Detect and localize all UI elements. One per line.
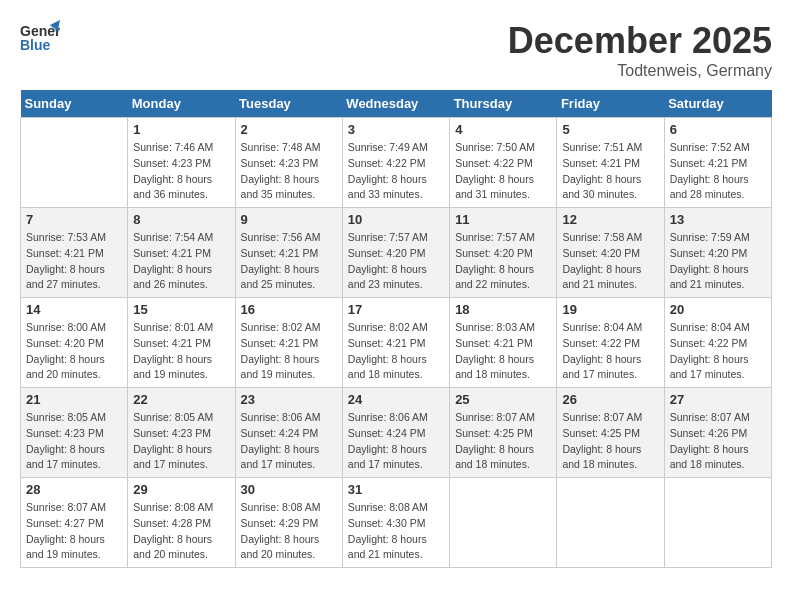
- day-info: Sunrise: 7:50 AMSunset: 4:22 PMDaylight:…: [455, 140, 551, 203]
- column-header-monday: Monday: [128, 90, 235, 118]
- day-number: 8: [133, 212, 229, 227]
- day-cell: 12Sunrise: 7:58 AMSunset: 4:20 PMDayligh…: [557, 208, 664, 298]
- day-number: 17: [348, 302, 444, 317]
- column-header-wednesday: Wednesday: [342, 90, 449, 118]
- day-number: 31: [348, 482, 444, 497]
- week-row-2: 7Sunrise: 7:53 AMSunset: 4:21 PMDaylight…: [21, 208, 772, 298]
- day-number: 4: [455, 122, 551, 137]
- day-cell: 16Sunrise: 8:02 AMSunset: 4:21 PMDayligh…: [235, 298, 342, 388]
- day-number: 2: [241, 122, 337, 137]
- day-cell: 17Sunrise: 8:02 AMSunset: 4:21 PMDayligh…: [342, 298, 449, 388]
- page-header: General Blue December 2025 Todtenweis, G…: [20, 20, 772, 80]
- column-header-sunday: Sunday: [21, 90, 128, 118]
- day-number: 22: [133, 392, 229, 407]
- day-info: Sunrise: 8:03 AMSunset: 4:21 PMDaylight:…: [455, 320, 551, 383]
- day-number: 28: [26, 482, 122, 497]
- day-number: 7: [26, 212, 122, 227]
- day-info: Sunrise: 7:49 AMSunset: 4:22 PMDaylight:…: [348, 140, 444, 203]
- day-cell: 1Sunrise: 7:46 AMSunset: 4:23 PMDaylight…: [128, 118, 235, 208]
- day-info: Sunrise: 8:02 AMSunset: 4:21 PMDaylight:…: [348, 320, 444, 383]
- day-number: 11: [455, 212, 551, 227]
- day-number: 5: [562, 122, 658, 137]
- day-number: 15: [133, 302, 229, 317]
- day-info: Sunrise: 8:06 AMSunset: 4:24 PMDaylight:…: [348, 410, 444, 473]
- day-cell: 27Sunrise: 8:07 AMSunset: 4:26 PMDayligh…: [664, 388, 771, 478]
- day-cell: 5Sunrise: 7:51 AMSunset: 4:21 PMDaylight…: [557, 118, 664, 208]
- column-header-saturday: Saturday: [664, 90, 771, 118]
- day-info: Sunrise: 8:07 AMSunset: 4:25 PMDaylight:…: [455, 410, 551, 473]
- day-number: 1: [133, 122, 229, 137]
- day-cell: 9Sunrise: 7:56 AMSunset: 4:21 PMDaylight…: [235, 208, 342, 298]
- day-cell: 22Sunrise: 8:05 AMSunset: 4:23 PMDayligh…: [128, 388, 235, 478]
- day-cell: 18Sunrise: 8:03 AMSunset: 4:21 PMDayligh…: [450, 298, 557, 388]
- month-title: December 2025: [508, 20, 772, 62]
- day-cell: 24Sunrise: 8:06 AMSunset: 4:24 PMDayligh…: [342, 388, 449, 478]
- day-cell: [21, 118, 128, 208]
- day-number: 20: [670, 302, 766, 317]
- day-number: 27: [670, 392, 766, 407]
- day-number: 13: [670, 212, 766, 227]
- day-info: Sunrise: 8:05 AMSunset: 4:23 PMDaylight:…: [26, 410, 122, 473]
- day-cell: 8Sunrise: 7:54 AMSunset: 4:21 PMDaylight…: [128, 208, 235, 298]
- day-info: Sunrise: 8:08 AMSunset: 4:29 PMDaylight:…: [241, 500, 337, 563]
- day-header-row: SundayMondayTuesdayWednesdayThursdayFrid…: [21, 90, 772, 118]
- day-number: 9: [241, 212, 337, 227]
- day-number: 16: [241, 302, 337, 317]
- day-cell: 6Sunrise: 7:52 AMSunset: 4:21 PMDaylight…: [664, 118, 771, 208]
- day-info: Sunrise: 7:57 AMSunset: 4:20 PMDaylight:…: [455, 230, 551, 293]
- day-cell: 15Sunrise: 8:01 AMSunset: 4:21 PMDayligh…: [128, 298, 235, 388]
- day-number: 14: [26, 302, 122, 317]
- day-cell: 13Sunrise: 7:59 AMSunset: 4:20 PMDayligh…: [664, 208, 771, 298]
- svg-text:Blue: Blue: [20, 37, 51, 53]
- day-cell: 29Sunrise: 8:08 AMSunset: 4:28 PMDayligh…: [128, 478, 235, 568]
- location: Todtenweis, Germany: [508, 62, 772, 80]
- day-info: Sunrise: 8:05 AMSunset: 4:23 PMDaylight:…: [133, 410, 229, 473]
- day-cell: 4Sunrise: 7:50 AMSunset: 4:22 PMDaylight…: [450, 118, 557, 208]
- day-number: 3: [348, 122, 444, 137]
- day-number: 19: [562, 302, 658, 317]
- week-row-1: 1Sunrise: 7:46 AMSunset: 4:23 PMDaylight…: [21, 118, 772, 208]
- day-info: Sunrise: 8:04 AMSunset: 4:22 PMDaylight:…: [670, 320, 766, 383]
- day-cell: [664, 478, 771, 568]
- day-info: Sunrise: 7:57 AMSunset: 4:20 PMDaylight:…: [348, 230, 444, 293]
- day-number: 29: [133, 482, 229, 497]
- day-info: Sunrise: 8:06 AMSunset: 4:24 PMDaylight:…: [241, 410, 337, 473]
- day-cell: [557, 478, 664, 568]
- day-cell: 30Sunrise: 8:08 AMSunset: 4:29 PMDayligh…: [235, 478, 342, 568]
- day-cell: 20Sunrise: 8:04 AMSunset: 4:22 PMDayligh…: [664, 298, 771, 388]
- day-cell: 14Sunrise: 8:00 AMSunset: 4:20 PMDayligh…: [21, 298, 128, 388]
- day-info: Sunrise: 7:56 AMSunset: 4:21 PMDaylight:…: [241, 230, 337, 293]
- day-number: 21: [26, 392, 122, 407]
- day-info: Sunrise: 7:48 AMSunset: 4:23 PMDaylight:…: [241, 140, 337, 203]
- day-cell: 2Sunrise: 7:48 AMSunset: 4:23 PMDaylight…: [235, 118, 342, 208]
- day-cell: 11Sunrise: 7:57 AMSunset: 4:20 PMDayligh…: [450, 208, 557, 298]
- logo-icon: General Blue: [20, 20, 60, 59]
- day-number: 26: [562, 392, 658, 407]
- day-number: 25: [455, 392, 551, 407]
- column-header-thursday: Thursday: [450, 90, 557, 118]
- day-number: 30: [241, 482, 337, 497]
- day-cell: 7Sunrise: 7:53 AMSunset: 4:21 PMDaylight…: [21, 208, 128, 298]
- column-header-tuesday: Tuesday: [235, 90, 342, 118]
- day-cell: 25Sunrise: 8:07 AMSunset: 4:25 PMDayligh…: [450, 388, 557, 478]
- day-info: Sunrise: 8:07 AMSunset: 4:26 PMDaylight:…: [670, 410, 766, 473]
- day-info: Sunrise: 7:51 AMSunset: 4:21 PMDaylight:…: [562, 140, 658, 203]
- column-header-friday: Friday: [557, 90, 664, 118]
- week-row-4: 21Sunrise: 8:05 AMSunset: 4:23 PMDayligh…: [21, 388, 772, 478]
- day-number: 23: [241, 392, 337, 407]
- day-info: Sunrise: 8:08 AMSunset: 4:30 PMDaylight:…: [348, 500, 444, 563]
- day-info: Sunrise: 8:04 AMSunset: 4:22 PMDaylight:…: [562, 320, 658, 383]
- day-cell: 10Sunrise: 7:57 AMSunset: 4:20 PMDayligh…: [342, 208, 449, 298]
- day-cell: 26Sunrise: 8:07 AMSunset: 4:25 PMDayligh…: [557, 388, 664, 478]
- day-info: Sunrise: 7:52 AMSunset: 4:21 PMDaylight:…: [670, 140, 766, 203]
- day-cell: 19Sunrise: 8:04 AMSunset: 4:22 PMDayligh…: [557, 298, 664, 388]
- day-number: 24: [348, 392, 444, 407]
- day-info: Sunrise: 7:58 AMSunset: 4:20 PMDaylight:…: [562, 230, 658, 293]
- calendar-table: SundayMondayTuesdayWednesdayThursdayFrid…: [20, 90, 772, 568]
- logo: General Blue: [20, 20, 60, 59]
- day-cell: 28Sunrise: 8:07 AMSunset: 4:27 PMDayligh…: [21, 478, 128, 568]
- day-cell: 31Sunrise: 8:08 AMSunset: 4:30 PMDayligh…: [342, 478, 449, 568]
- week-row-3: 14Sunrise: 8:00 AMSunset: 4:20 PMDayligh…: [21, 298, 772, 388]
- day-number: 10: [348, 212, 444, 227]
- day-cell: 23Sunrise: 8:06 AMSunset: 4:24 PMDayligh…: [235, 388, 342, 478]
